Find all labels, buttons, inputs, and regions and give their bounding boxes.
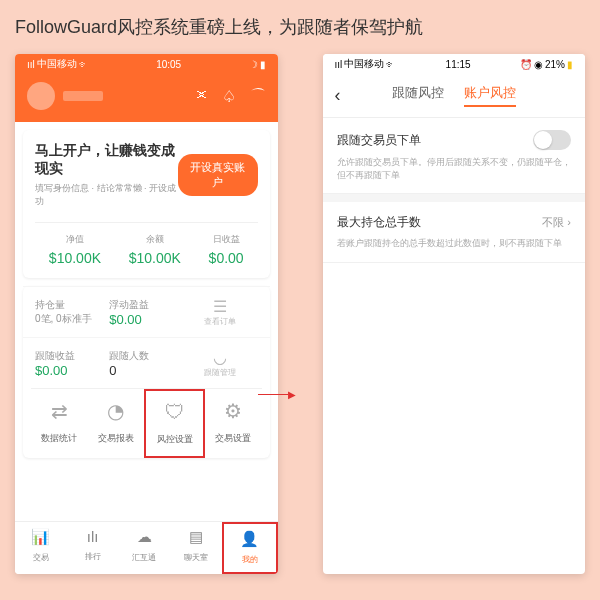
arrow-indicator [258, 385, 296, 401]
pie-icon: ◔ [92, 399, 141, 423]
nav-chat[interactable]: ▤聊天室 [170, 522, 222, 574]
alarm-icon: ⏰ [520, 59, 532, 70]
card-title: 马上开户，让赚钱变成现实 [35, 142, 178, 178]
list-icon: ☰ [213, 298, 227, 315]
moon-icon: ☽ [249, 59, 258, 70]
phone-right: ııl 中国移动 ᯤ 11:15 ⏰ ◉ 21%▮ ‹ 跟随风控 账户风控 跟随… [323, 54, 586, 574]
bell-icon[interactable]: ♤ [222, 87, 236, 106]
follow-row[interactable]: 跟随收益$0.00 跟随人数0 ◡跟随管理 [23, 337, 270, 388]
phone-left: ııl 中国移动 ᯤ 10:05 ☽ ▮ ⪤ ♤ ⌒ 马上开户，让赚钱变成现实 … [15, 54, 278, 574]
tab-report[interactable]: ◔交易报表 [88, 389, 145, 458]
people-icon: ◡ [213, 349, 227, 366]
open-account-button[interactable]: 开设真实账户 [178, 154, 258, 196]
nav-trade[interactable]: 📊交易 [15, 522, 67, 574]
signal-icon: ııl [27, 59, 35, 70]
setting-max-lots[interactable]: 最大持仓总手数 不限 › 若账户跟随持仓的总手数超过此数值时，则不再跟随下单 [323, 202, 586, 263]
position-row[interactable]: 持仓量0笔, 0标准手 浮动盈益$0.00 ☰查看订单 [23, 286, 270, 337]
status-bar: ııl 中国移动 ᯤ 10:05 ☽ ▮ [15, 54, 278, 74]
battery-icon: ▮ [567, 59, 573, 70]
swap-icon: ⇄ [35, 399, 84, 423]
wifi-icon: ᯤ [79, 59, 89, 70]
nav-rank[interactable]: ılı排行 [67, 522, 119, 574]
header: ⪤ ♤ ⌒ [15, 74, 278, 122]
header: ‹ 跟随风控 账户风控 [323, 74, 586, 118]
share-icon[interactable]: ⪤ [192, 87, 208, 105]
tab-risk[interactable]: 🛡风控设置 [144, 389, 205, 458]
battery-icon: ▮ [260, 59, 266, 70]
tab-stats[interactable]: ⇄数据统计 [31, 389, 88, 458]
avatar[interactable] [27, 82, 55, 110]
nav-me[interactable]: 👤我的 [222, 522, 278, 574]
nav-exchange[interactable]: ☁汇互通 [118, 522, 170, 574]
page-title: FollowGuard风控系统重磅上线，为跟随者保驾护航 [15, 15, 585, 39]
account-card: 马上开户，让赚钱变成现实 填写身份信息 · 结论常常懒 · 开设成功 开设真实账… [23, 130, 270, 278]
shield-icon: 🛡 [150, 401, 199, 424]
card-subtitle: 填写身份信息 · 结论常常懒 · 开设成功 [35, 182, 178, 208]
signal-icon: ııl [335, 59, 343, 70]
tab-account-risk[interactable]: 账户风控 [464, 84, 516, 107]
chevron-right-icon: › [567, 216, 571, 228]
back-button[interactable]: ‹ [335, 85, 355, 106]
gear-icon: ⚙ [209, 399, 258, 423]
location-icon: ◉ [534, 59, 543, 70]
bottom-nav: 📊交易 ılı排行 ☁汇互通 ▤聊天室 👤我的 [15, 521, 278, 574]
toggle-follow[interactable] [533, 130, 571, 150]
tab-follow-risk[interactable]: 跟随风控 [392, 84, 444, 107]
setting-follow-order: 跟随交易员下单 允许跟随交易员下单。停用后跟随关系不变，仍跟随平仓，但不再跟随下… [323, 118, 586, 194]
wifi-icon: ᯤ [386, 59, 396, 70]
headset-icon[interactable]: ⌒ [250, 86, 266, 107]
status-bar: ııl 中国移动 ᯤ 11:15 ⏰ ◉ 21%▮ [323, 54, 586, 74]
tab-trade-settings[interactable]: ⚙交易设置 [205, 389, 262, 458]
